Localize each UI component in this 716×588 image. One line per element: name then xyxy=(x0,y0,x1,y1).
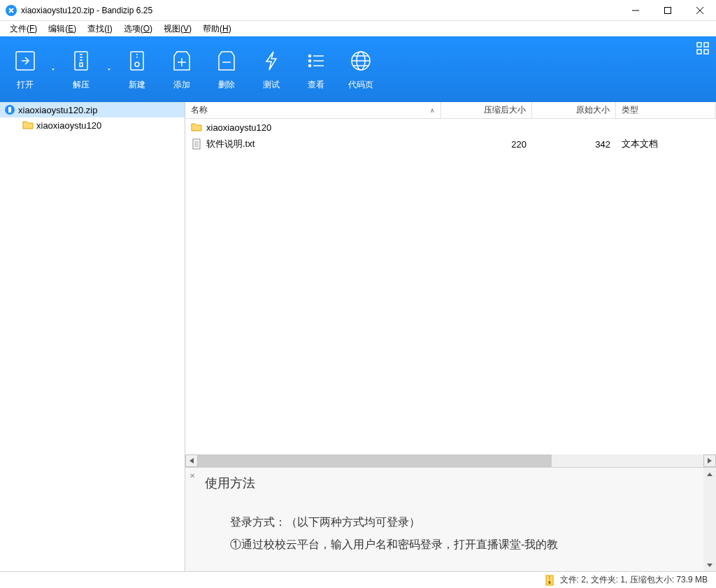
menu-view[interactable]: 视图(V) xyxy=(159,22,196,36)
test-icon xyxy=(259,48,284,73)
list-row[interactable]: xiaoxiaoystu120 xyxy=(185,119,716,136)
svg-rect-10 xyxy=(80,63,83,66)
svg-point-14 xyxy=(135,62,139,66)
file-original xyxy=(532,126,616,129)
toolbar-test-button[interactable]: 测试 xyxy=(249,36,294,102)
preview-scrollbar[interactable] xyxy=(703,468,716,571)
toolbar-extract-button[interactable]: 解压 xyxy=(59,36,103,102)
file-list: 名称∧ 压缩后大小 原始大小 类型 xiaoxiaoystu120 xyxy=(185,102,716,468)
scroll-up-button[interactable] xyxy=(703,468,716,480)
file-compressed: 220 xyxy=(441,138,532,151)
open-icon xyxy=(13,48,38,73)
file-type xyxy=(616,126,716,129)
tree-child-item[interactable]: xiaoxiaoystu120 xyxy=(0,117,185,133)
svg-point-22 xyxy=(309,64,311,66)
content-panel: 名称∧ 压缩后大小 原始大小 类型 xiaoxiaoystu120 xyxy=(185,102,716,571)
app-window: xiaoxiaoystu120.zip - Bandizip 6.25 文件(F… xyxy=(0,0,716,588)
svg-rect-29 xyxy=(697,43,701,47)
extract-icon xyxy=(69,48,94,73)
preview-close-button[interactable]: ✕ xyxy=(189,472,195,480)
toolbar-apps-button[interactable] xyxy=(696,42,709,57)
scroll-track[interactable] xyxy=(198,454,703,467)
status-text: 文件: 2, 文件夹: 1, 压缩包大小: 73.9 MB xyxy=(560,574,708,586)
archive-status-icon xyxy=(545,575,554,586)
file-compressed xyxy=(441,126,532,129)
delete-icon xyxy=(214,48,239,73)
app-icon xyxy=(6,5,17,16)
list-header: 名称∧ 压缩后大小 原始大小 类型 xyxy=(185,102,716,119)
toolbar-add-button[interactable]: 添加 xyxy=(159,36,204,102)
svg-rect-32 xyxy=(704,50,708,54)
archive-icon xyxy=(4,104,15,115)
column-compressed[interactable]: 压缩后大小 xyxy=(441,102,532,118)
toolbar-codepage-button[interactable]: 代码页 xyxy=(338,36,383,102)
toolbar-open-button[interactable]: 打开 xyxy=(3,36,48,102)
menu-find[interactable]: 查找(I) xyxy=(83,22,116,36)
list-body: xiaoxiaoystu120 软件说明.txt 220 342 文本 xyxy=(185,119,716,454)
toolbar-open-dropdown[interactable] xyxy=(48,68,59,71)
tree-child-label: xiaoxiaoystu120 xyxy=(36,120,101,131)
svg-rect-2 xyxy=(665,8,671,14)
list-row[interactable]: 软件说明.txt 220 342 文本文档 xyxy=(185,136,716,152)
preview-title: 使用方法 xyxy=(205,475,702,492)
toolbar-view-button[interactable]: 查看 xyxy=(294,36,338,102)
window-title: xiaoxiaoystu120.zip - Bandizip 6.25 xyxy=(21,6,620,15)
codepage-icon xyxy=(348,48,373,73)
status-bar: 文件: 2, 文件夹: 1, 压缩包大小: 73.9 MB xyxy=(0,571,716,588)
svg-point-18 xyxy=(309,55,311,57)
main-area: xiaoxiaoystu120.zip xiaoxiaoystu120 名称∧ … xyxy=(0,102,716,571)
horizontal-scrollbar[interactable] xyxy=(185,454,716,467)
svg-rect-34 xyxy=(8,107,11,113)
column-original[interactable]: 原始大小 xyxy=(532,102,616,118)
file-type: 文本文档 xyxy=(616,136,716,152)
column-name[interactable]: 名称∧ xyxy=(185,102,441,118)
svg-point-20 xyxy=(309,59,311,62)
preview-line: ①通过校校云平台，输入用户名和密码登录，打开直播课堂-我的教 xyxy=(230,533,702,556)
column-type[interactable]: 类型 xyxy=(616,102,716,118)
scroll-right-button[interactable] xyxy=(703,454,716,467)
preview-panel: ✕ 使用方法 登录方式：（以下两种方式均可登录） ①通过校校云平台，输入用户名和… xyxy=(185,468,716,571)
tree-root-label: xiaoxiaoystu120.zip xyxy=(18,105,97,115)
window-controls xyxy=(620,0,716,20)
svg-rect-30 xyxy=(704,43,708,47)
title-bar: xiaoxiaoystu120.zip - Bandizip 6.25 xyxy=(0,0,716,21)
folder-icon xyxy=(22,120,34,131)
preview-line: 登录方式：（以下两种方式均可登录） xyxy=(230,511,702,533)
new-icon xyxy=(124,48,150,73)
maximize-button[interactable] xyxy=(652,0,684,21)
menu-file[interactable]: 文件(F) xyxy=(6,22,41,36)
toolbar-extract-dropdown[interactable] xyxy=(103,68,115,71)
toolbar-delete-button[interactable]: 删除 xyxy=(204,36,249,102)
minimize-button[interactable] xyxy=(620,0,652,21)
view-icon xyxy=(303,48,329,73)
tree-root-item[interactable]: xiaoxiaoystu120.zip xyxy=(0,102,185,117)
file-name: 软件说明.txt xyxy=(206,138,255,150)
folder-icon xyxy=(191,122,202,133)
add-icon xyxy=(169,48,194,73)
toolbar-new-button[interactable]: 新建 xyxy=(115,36,159,102)
menu-bar: 文件(F) 编辑(E) 查找(I) 选项(O) 视图(V) 帮助(H) xyxy=(0,21,716,36)
menu-options[interactable]: 选项(O) xyxy=(120,22,157,36)
file-original: 342 xyxy=(532,138,616,151)
tree-panel: xiaoxiaoystu120.zip xiaoxiaoystu120 xyxy=(0,102,185,571)
menu-edit[interactable]: 编辑(E) xyxy=(44,22,80,36)
svg-rect-31 xyxy=(697,50,701,54)
scroll-thumb[interactable] xyxy=(198,454,552,467)
scroll-left-button[interactable] xyxy=(185,454,198,467)
txt-icon xyxy=(191,138,202,150)
scroll-down-button[interactable] xyxy=(703,559,716,571)
menu-help[interactable]: 帮助(H) xyxy=(199,22,236,36)
file-name: xiaoxiaoystu120 xyxy=(206,122,271,133)
close-button[interactable] xyxy=(684,0,716,21)
toolbar: 打开 解压 新建 添加 删除 测试 查看 代码页 xyxy=(0,36,716,102)
svg-rect-42 xyxy=(548,581,550,584)
